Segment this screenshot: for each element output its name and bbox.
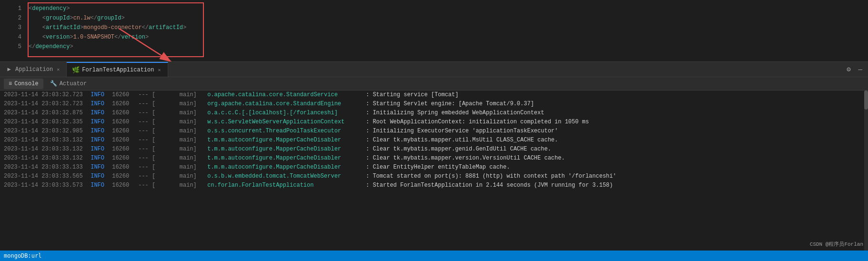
tab-application-close[interactable]: ✕ — [56, 66, 61, 73]
actuator-icon: 🔧 — [50, 80, 57, 87]
tab-bar-actions: ⚙ — — [845, 62, 868, 77]
log-line-6: 2023-11-14 23:03:33.132 INFO 16260 --- [… — [0, 145, 868, 154]
scrollbar[interactable] — [864, 90, 868, 261]
code-line-2: <groupId>cn.lw</groupId> — [29, 13, 186, 23]
log-line-8: 2023-11-14 23:03:33.133 INFO 16260 --- [… — [0, 163, 868, 172]
sub-tab-actuator[interactable]: 🔧 Actuator — [45, 78, 92, 89]
log-line-10: 2023-11-14 23:03:33.573 INFO 16260 --- [… — [0, 181, 868, 190]
console-icon: ≡ — [9, 80, 12, 87]
watermark: CSDN @程序员Forlan — [810, 241, 863, 248]
log-line-4: 2023-11-14 23:03:32.985 INFO 16260 --- [… — [0, 127, 868, 136]
console-output: 2023-11-14 23:03:32.723 INFO 16260 --- [… — [0, 90, 868, 261]
sub-tab-actuator-label: Actuator — [60, 80, 87, 87]
settings-icon[interactable]: ⚙ — [845, 64, 852, 74]
code-line-3: <artifactId>mongodb-connector</artifactI… — [29, 23, 186, 32]
tab-application-label: Application — [15, 66, 53, 73]
log-line-9: 2023-11-14 23:03:33.565 INFO 16260 --- [… — [0, 172, 868, 181]
log-line-5: 2023-11-14 23:03:33.132 INFO 16260 --- [… — [0, 136, 868, 145]
sub-tab-console[interactable]: ≡ Console — [4, 79, 43, 89]
log-line-2: 2023-11-14 23:03:32.875 INFO 16260 --- [… — [0, 109, 868, 118]
log-line-7: 2023-11-14 23:03:33.132 INFO 16260 --- [… — [0, 154, 868, 163]
sub-tab-console-label: Console — [14, 80, 38, 87]
spring-tab-icon: 🌿 — [72, 67, 79, 73]
log-line-0: 2023-11-14 23:03:32.723 INFO 16260 --- [… — [0, 90, 868, 100]
status-bar: mongoDB:url — [0, 251, 868, 261]
code-line-5: </dependency> — [29, 42, 186, 51]
log-line-1: 2023-11-14 23:03:32.723 INFO 16260 --- [… — [0, 100, 868, 109]
minimize-icon[interactable]: — — [857, 65, 864, 74]
xml-code-content: <dependency> <groupId>cn.lw</groupId> <a… — [29, 4, 186, 51]
tab-forlan-label: ForlanTestApplication — [82, 67, 154, 73]
scrollbar-thumb[interactable] — [864, 90, 868, 110]
tab-forlan-close[interactable]: ✕ — [157, 66, 161, 74]
tab-forlan-test[interactable]: 🌿 ForlanTestApplication ✕ — [67, 62, 168, 77]
code-line-1: <dependency> — [29, 4, 186, 13]
line-numbers: 1 2 3 4 5 — [0, 0, 26, 61]
code-line-4: <version>1.0-SNAPSHOT</version> — [29, 32, 186, 42]
app-tab-icon: ▶ — [6, 66, 12, 73]
status-text: mongoDB:url — [4, 252, 41, 259]
tab-bar: ▶ Application ✕ 🌿 ForlanTestApplication … — [0, 62, 868, 77]
tab-application[interactable]: ▶ Application ✕ — [0, 62, 67, 77]
log-line-3: 2023-11-14 23:03:32.335 INFO 16260 --- [… — [0, 118, 868, 127]
sub-tab-bar: ≡ Console 🔧 Actuator — [0, 77, 868, 90]
code-editor: 1 2 3 4 5 <dependency> <groupId>cn.lw</g… — [0, 0, 868, 62]
